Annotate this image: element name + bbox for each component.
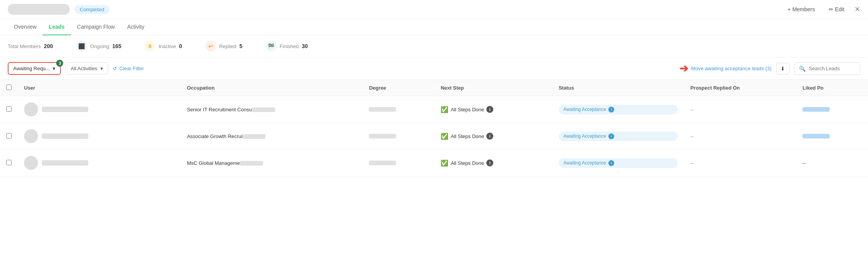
select-all-checkbox[interactable] <box>6 85 12 90</box>
activities-filter-dropdown[interactable]: All Activities ▾ <box>65 62 108 74</box>
leads-table-container: User Occupation Degree Next Step Status … <box>0 80 868 176</box>
clear-filter-label: Clear Filter <box>119 66 144 71</box>
replied-label: Replied <box>219 43 236 49</box>
status-filter-label: Awaiting Requ... <box>13 66 50 71</box>
row-prospect-replied: -- <box>684 123 796 150</box>
clear-filter-button[interactable]: ↺ Clear Filter <box>113 66 144 71</box>
finished-stat: 🏁 Finished 30 <box>266 41 308 52</box>
row-user-cell <box>18 96 181 123</box>
row-prospect-replied: -- <box>684 96 796 123</box>
row-liked-po: -- <box>796 150 868 176</box>
col-header-occupation: Occupation <box>181 80 363 96</box>
status-filter-badge: 3 <box>56 60 63 67</box>
ongoing-value: 165 <box>112 43 121 49</box>
edit-button[interactable]: ✏ Edit <box>825 4 848 15</box>
tab-activity[interactable]: Activity <box>121 19 150 35</box>
check-circle-icon: ✅ <box>441 133 448 140</box>
download-button[interactable]: ⬇ <box>776 63 789 74</box>
ongoing-stat: ⬛ Ongoing 165 <box>76 41 122 52</box>
next-step-label: All Steps Done <box>451 160 484 166</box>
top-bar: Completed + Members ✏ Edit ✕ <box>0 0 868 19</box>
row-liked-po <box>796 123 868 150</box>
finished-value: 30 <box>302 43 308 49</box>
check-circle-icon: ✅ <box>441 159 448 167</box>
replied-stat: ↩ Replied 5 <box>205 41 243 52</box>
table-row: MsC Global Manageme ✅ All Steps Done i A… <box>0 150 868 176</box>
row-checkbox-0[interactable] <box>6 106 12 112</box>
user-avatar <box>24 129 38 143</box>
replied-icon: ↩ <box>205 41 216 52</box>
row-user-cell <box>18 123 181 150</box>
user-avatar <box>24 102 38 116</box>
nav-tabs: Overview Leads Campaign Flow Activity <box>0 19 868 35</box>
row-checkbox-2[interactable] <box>6 160 12 165</box>
tab-leads[interactable]: Leads <box>43 19 71 35</box>
chevron-down-icon-activities: ▾ <box>100 66 103 71</box>
search-input[interactable] <box>809 66 855 71</box>
row-user-cell <box>18 150 181 176</box>
ongoing-label: Ongoing <box>90 43 109 49</box>
arrow-container: ➔ Move awaiting acceptance leads (3) <box>679 62 772 75</box>
row-occupation: Senior IT Recruitment Consu <box>181 96 363 123</box>
campaign-name-blur <box>8 4 70 15</box>
row-next-step: ✅ All Steps Done i <box>434 150 552 176</box>
next-step-label: All Steps Done <box>451 133 484 139</box>
col-header-next-step: Next Step <box>434 80 552 96</box>
row-degree <box>363 96 434 123</box>
col-header-prospect-replied: Prospect Replied On <box>684 80 796 96</box>
next-step-info-icon[interactable]: i <box>486 106 493 113</box>
status-badge: Awaiting Acceptance i <box>559 158 678 168</box>
table-header-row: User Occupation Degree Next Step Status … <box>0 80 868 96</box>
leads-table: User Occupation Degree Next Step Status … <box>0 80 868 176</box>
top-bar-left: Completed <box>8 4 110 15</box>
inactive-stat: ⏸ Inactive 0 <box>145 41 182 52</box>
table-row: Associate Growth Recrui ✅ All Steps Done… <box>0 123 868 150</box>
status-info-icon[interactable]: i <box>608 160 614 166</box>
status-info-icon[interactable]: i <box>608 133 614 139</box>
user-name-blur <box>42 107 88 112</box>
row-next-step: ✅ All Steps Done i <box>434 123 552 150</box>
members-button[interactable]: + Members <box>784 4 819 15</box>
select-all-header <box>0 80 18 96</box>
row-status: Awaiting Acceptance i <box>553 96 684 123</box>
next-step-info-icon[interactable]: i <box>486 133 493 140</box>
col-header-status: Status <box>553 80 684 96</box>
next-step-info-icon[interactable]: i <box>486 159 493 166</box>
tab-campaign-flow[interactable]: Campaign Flow <box>71 19 121 35</box>
refresh-icon: ↺ <box>113 66 117 71</box>
search-icon: 🔍 <box>799 66 806 72</box>
col-header-user: User <box>18 80 181 96</box>
row-checkbox-1[interactable] <box>6 133 12 138</box>
inactive-value: 0 <box>179 43 182 49</box>
total-members-value: 200 <box>44 43 53 49</box>
row-checkbox-cell <box>0 150 18 176</box>
inactive-icon: ⏸ <box>145 41 155 52</box>
row-degree <box>363 150 434 176</box>
tab-overview[interactable]: Overview <box>8 19 43 35</box>
liked-po-value <box>803 134 830 138</box>
status-badge: Awaiting Acceptance i <box>559 105 678 114</box>
col-header-liked-po: Liked Po <box>796 80 868 96</box>
next-step-label: All Steps Done <box>451 107 484 112</box>
download-icon: ⬇ <box>780 66 785 72</box>
user-name-blur <box>42 160 88 166</box>
row-status: Awaiting Acceptance i <box>553 150 684 176</box>
top-bar-right: + Members ✏ Edit ✕ <box>784 4 860 15</box>
row-occupation: MsC Global Manageme <box>181 150 363 176</box>
row-status: Awaiting Acceptance i <box>553 123 684 150</box>
status-filter-dropdown[interactable]: Awaiting Requ... ▾ 3 <box>8 62 61 75</box>
status-badge: Awaiting Acceptance i <box>559 131 678 141</box>
total-members-label: Total Members <box>8 43 41 49</box>
filter-bar-right: ➔ Move awaiting acceptance leads (3) ⬇ 🔍 <box>679 62 860 75</box>
ongoing-icon: ⬛ <box>76 41 87 52</box>
move-leads-button[interactable]: Move awaiting acceptance leads (3) <box>691 66 772 71</box>
row-occupation: Associate Growth Recrui <box>181 123 363 150</box>
close-button[interactable]: ✕ <box>854 6 860 13</box>
awaiting-acceptance-label: Awaiting Acceptance <box>563 160 606 166</box>
red-arrow-icon: ➔ <box>679 62 688 75</box>
row-prospect-replied: -- <box>684 150 796 176</box>
awaiting-acceptance-label: Awaiting Acceptance <box>563 133 606 139</box>
status-info-icon[interactable]: i <box>608 107 614 112</box>
row-checkbox-cell <box>0 96 18 123</box>
search-box: 🔍 <box>794 62 860 75</box>
